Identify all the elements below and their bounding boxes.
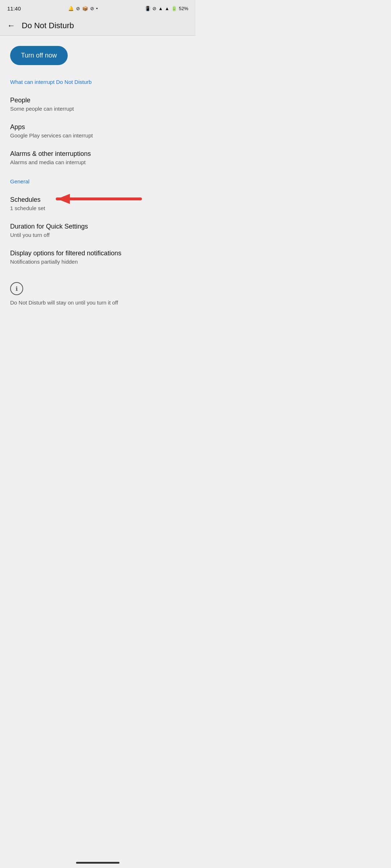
info-text: Do Not Disturb will stay on until you tu… — [10, 299, 118, 306]
schedules-text: Schedules 1 schedule set — [10, 196, 185, 211]
dnd-icon: ⊘ — [152, 6, 156, 11]
menu-item-display-options[interactable]: Display options for filtered notificatio… — [10, 244, 185, 271]
menu-item-duration-subtitle: Until you turn off — [10, 232, 185, 238]
wifi-icon: ▲ — [158, 6, 163, 11]
menu-item-duration[interactable]: Duration for Quick Settings Until you tu… — [10, 217, 185, 244]
menu-item-people[interactable]: People Some people can interrupt — [10, 91, 185, 118]
page-header: ← Do Not Disturb — [0, 16, 196, 36]
notification-icon: 🔔 — [68, 6, 74, 11]
menu-item-alarms[interactable]: Alarms & other interruptions Alarms and … — [10, 144, 185, 171]
menu-item-people-subtitle: Some people can interrupt — [10, 106, 185, 112]
menu-item-schedules-subtitle: 1 schedule set — [10, 205, 185, 211]
box-icon: 📦 — [82, 6, 88, 11]
menu-item-people-title: People — [10, 97, 185, 104]
status-right: 📳 ⊘ ▲ ▲ 🔋 52% — [145, 6, 188, 11]
section-header-general: General — [10, 178, 185, 184]
status-bar: 11:40 🔔 ⊘ 📦 ⊘ • 📳 ⊘ ▲ ▲ 🔋 52% — [0, 0, 196, 16]
section-header-interrupt[interactable]: What can interrupt Do Not Disturb — [10, 79, 185, 85]
general-section: General Schedules 1 schedule set Duratio… — [10, 178, 185, 271]
blocked2-icon: ⊘ — [90, 6, 94, 11]
status-icons: 🔔 ⊘ 📦 ⊘ • — [68, 6, 98, 11]
signal-icon: ▲ — [165, 6, 169, 11]
page-title: Do Not Disturb — [22, 21, 74, 30]
battery-icon: 🔋 — [171, 6, 177, 11]
menu-item-alarms-title: Alarms & other interruptions — [10, 150, 185, 158]
menu-item-display-options-subtitle: Notifications partially hidden — [10, 259, 185, 265]
menu-item-display-options-title: Display options for filtered notificatio… — [10, 250, 185, 257]
blocked-icon: ⊘ — [76, 6, 80, 11]
turn-off-now-button[interactable]: Turn off now — [10, 46, 68, 65]
back-button[interactable]: ← — [7, 21, 15, 30]
menu-item-schedules-title: Schedules — [10, 196, 185, 204]
info-section: ℹ Do Not Disturb will stay on until you … — [10, 282, 185, 313]
menu-item-apps-title: Apps — [10, 123, 185, 131]
menu-item-duration-title: Duration for Quick Settings — [10, 223, 185, 230]
vibrate-icon: 📳 — [145, 6, 151, 11]
page-content: Turn off now What can interrupt Do Not D… — [0, 36, 196, 313]
menu-item-alarms-subtitle: Alarms and media can interrupt — [10, 159, 185, 165]
battery-text: 52% — [179, 6, 188, 11]
menu-item-apps[interactable]: Apps Google Play services can interrupt — [10, 118, 185, 144]
menu-item-schedules[interactable]: Schedules 1 schedule set — [10, 190, 185, 217]
status-time: 11:40 — [7, 5, 21, 12]
info-icon: ℹ — [10, 282, 23, 295]
dot-icon: • — [96, 6, 98, 11]
menu-item-apps-subtitle: Google Play services can interrupt — [10, 132, 185, 139]
